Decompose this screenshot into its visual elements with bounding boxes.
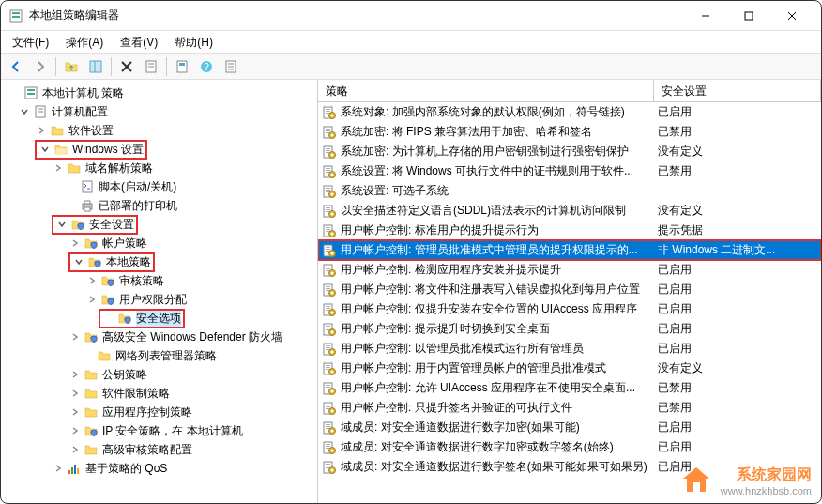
expander-icon[interactable]: [68, 405, 82, 419]
minimize-button[interactable]: [684, 1, 727, 31]
tree-item-windows_settings[interactable]: Windows 设置: [1, 140, 317, 159]
tree-item-security_options[interactable]: 安全选项: [1, 309, 317, 328]
tree-item-network_list[interactable]: 网络列表管理器策略: [1, 346, 317, 365]
tree-item-user_rights[interactable]: 用户权限分配: [1, 290, 317, 309]
svg-rect-139: [326, 444, 330, 445]
tree-label: 安全设置: [89, 217, 134, 233]
list-row[interactable]: 系统设置: 可选子系统: [318, 181, 821, 201]
list-row[interactable]: 系统加密: 将 FIPS 兼容算法用于加密、哈希和签名已禁用: [318, 122, 821, 142]
expander-icon[interactable]: [68, 330, 82, 344]
tree-item-computer_config[interactable]: 计算机配置: [1, 102, 317, 121]
tree-item-ip_security[interactable]: IP 安全策略，在 本地计算机: [1, 421, 317, 440]
expander-icon[interactable]: [68, 424, 82, 437]
expander-icon[interactable]: [18, 105, 31, 118]
svg-point-113: [331, 350, 334, 353]
properties-button[interactable]: [220, 55, 242, 78]
list-row[interactable]: 域成员: 对安全通道数据进行数字加密或数字签名(始终)已启用: [318, 437, 821, 457]
tree-item-audit_policy[interactable]: 审核策略: [1, 271, 317, 290]
svg-rect-98: [326, 308, 330, 309]
svg-rect-116: [326, 367, 330, 368]
tree-item-account_policies[interactable]: 帐户策略: [1, 234, 317, 252]
menu-help[interactable]: 帮助(H): [167, 33, 221, 53]
help-button[interactable]: ?: [195, 55, 218, 78]
setting-cell: 已禁用: [654, 400, 821, 416]
forward-button[interactable]: [29, 55, 52, 78]
tree-item-root[interactable]: 本地计算机 策略: [1, 84, 317, 102]
expander-icon[interactable]: [102, 312, 115, 325]
svg-rect-127: [326, 405, 330, 405]
expander-icon[interactable]: [68, 443, 82, 456]
tree-pane[interactable]: 本地计算机 策略计算机配置软件设置Windows 设置域名解析策略脚本(启动/关…: [1, 80, 318, 503]
column-setting[interactable]: 安全设置: [654, 80, 821, 101]
tree-item-advanced_audit[interactable]: 高级审核策略配置: [1, 440, 317, 459]
show-tree-button[interactable]: [84, 55, 107, 78]
menu-file[interactable]: 文件(F): [5, 33, 56, 53]
svg-rect-74: [326, 229, 330, 230]
expander-icon[interactable]: [65, 199, 78, 212]
list-row[interactable]: 系统对象: 加强内部系统对象的默认权限(例如，符号链接)已启用: [318, 102, 821, 122]
svg-rect-150: [693, 482, 700, 492]
tree-item-app_control[interactable]: 应用程序控制策略: [1, 403, 317, 421]
svg-rect-97: [326, 306, 330, 307]
close-button[interactable]: [770, 1, 814, 31]
tree-item-scripts[interactable]: 脚本(启动/关机): [1, 177, 317, 196]
svg-rect-104: [326, 328, 330, 328]
expander-icon[interactable]: [68, 237, 82, 250]
list-row[interactable]: 用户帐户控制: 允许 UIAccess 应用程序在不使用安全桌面...已禁用: [318, 378, 821, 398]
list-row[interactable]: 以安全描述符定义语言(SDDL)语法表示的计算机访问限制没有定义: [318, 201, 821, 221]
expander-icon[interactable]: [68, 387, 82, 400]
expander-icon[interactable]: [65, 180, 78, 193]
policy-text: 系统设置: 将 Windows 可执行文件中的证书规则用于软件...: [341, 163, 633, 179]
refresh-button[interactable]: [171, 55, 193, 78]
tree-item-defender[interactable]: 高级安全 Windows Defender 防火墙: [1, 328, 317, 346]
tree-item-public_key[interactable]: 公钥策略: [1, 365, 317, 384]
expander-icon[interactable]: [55, 218, 68, 231]
setting-cell: 没有定义: [654, 360, 821, 376]
list-row[interactable]: 系统设置: 将 Windows 可执行文件中的证书规则用于软件...已禁用: [318, 161, 821, 181]
expander-icon[interactable]: [35, 124, 48, 137]
list-row[interactable]: 用户帐户控制: 管理员批准模式中管理员的提升权限提示的...非 Windows …: [318, 240, 821, 260]
tree-label: 审核策略: [119, 273, 164, 289]
delete-button[interactable]: [115, 55, 138, 78]
export-button[interactable]: [140, 55, 162, 78]
expander-icon[interactable]: [52, 161, 65, 175]
policy-cell: 用户帐户控制: 只提升签名并验证的可执行文件: [318, 400, 654, 416]
watermark: 系统家园网 www.hnzkhbsb.com: [679, 464, 812, 497]
svg-rect-67: [326, 207, 330, 208]
list-row[interactable]: 域成员: 对安全通道数据进行数字加密(如果可能)已启用: [318, 418, 821, 437]
list-row[interactable]: 用户帐户控制: 标准用户的提升提示行为提示凭据: [318, 221, 821, 240]
policy-cell: 以安全描述符定义语言(SDDL)语法表示的计算机访问限制: [318, 203, 654, 219]
list-pane[interactable]: 策略 安全设置 系统对象: 加强内部系统对象的默认权限(例如，符号链接)已启用系…: [318, 80, 821, 503]
tree-item-dns_policy[interactable]: 域名解析策略: [1, 159, 317, 177]
maximize-button[interactable]: [727, 1, 770, 31]
expander-icon[interactable]: [68, 368, 82, 381]
expander-icon[interactable]: [52, 462, 65, 475]
expander-icon[interactable]: [8, 86, 22, 99]
tree-item-security_settings[interactable]: 安全设置: [1, 215, 317, 234]
expander-icon[interactable]: [38, 143, 52, 156]
menu-view[interactable]: 查看(V): [113, 33, 165, 53]
tree-item-printers[interactable]: 已部署的打印机: [1, 196, 317, 215]
expander-icon[interactable]: [85, 274, 99, 287]
column-policy[interactable]: 策略: [318, 80, 654, 101]
list-row[interactable]: 用户帐户控制: 以管理员批准模式运行所有管理员已启用: [318, 339, 821, 359]
up-button[interactable]: [60, 55, 83, 78]
list-row[interactable]: 用户帐户控制: 将文件和注册表写入错误虚拟化到每用户位置已启用: [318, 280, 821, 299]
expander-icon[interactable]: [85, 293, 99, 306]
tree-item-local_policies[interactable]: 本地策略: [1, 252, 317, 271]
svg-rect-4: [745, 12, 753, 20]
list-row[interactable]: 系统加密: 为计算机上存储的用户密钥强制进行强密钥保护没有定义: [318, 142, 821, 161]
tree-label: 软件限制策略: [102, 386, 170, 402]
list-row[interactable]: 用户帐户控制: 检测应用程序安装并提示提升已启用: [318, 260, 821, 280]
list-row[interactable]: 用户帐户控制: 提示提升时切换到安全桌面已启用: [318, 319, 821, 339]
list-row[interactable]: 用户帐户控制: 只提升签名并验证的可执行文件已禁用: [318, 398, 821, 418]
list-row[interactable]: 用户帐户控制: 用于内置管理员帐户的管理员批准模式没有定义: [318, 359, 821, 378]
expander-icon[interactable]: [72, 255, 85, 268]
list-row[interactable]: 用户帐户控制: 仅提升安装在安全位置的 UIAccess 应用程序已启用: [318, 299, 821, 319]
menu-action[interactable]: 操作(A): [58, 33, 111, 53]
expander-icon[interactable]: [82, 349, 95, 362]
back-button[interactable]: [5, 55, 27, 78]
tree-item-software_settings[interactable]: 软件设置: [1, 121, 317, 140]
tree-item-software_restrict[interactable]: 软件限制策略: [1, 384, 317, 403]
tree-item-qos[interactable]: 基于策略的 QoS: [1, 459, 317, 478]
